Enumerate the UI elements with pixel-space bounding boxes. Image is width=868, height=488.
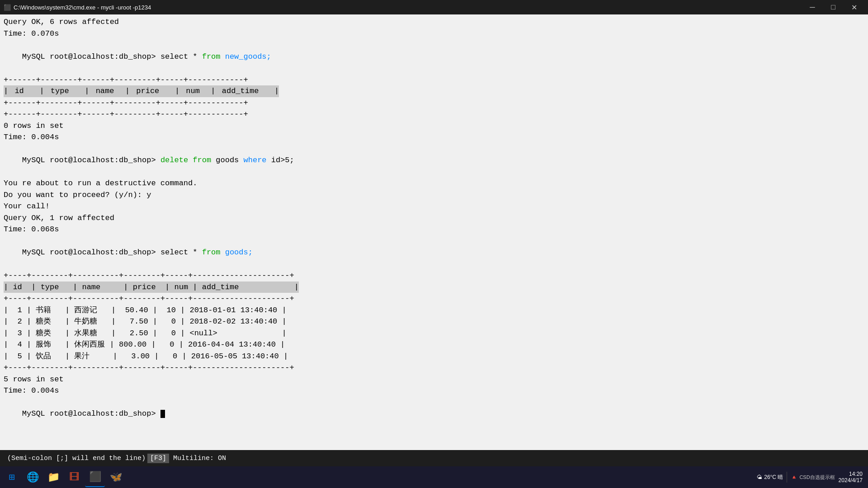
cmd-from3: from xyxy=(202,248,221,257)
cmd-sel2: select * xyxy=(160,248,202,257)
table-border: +------+--------+------+---------+-----+… xyxy=(4,74,864,86)
table-header-row2: | id | type | name | price | num | add_t… xyxy=(4,282,299,293)
output-line: Time: 0.070s xyxy=(4,28,864,40)
table-row: | 3 | 糖类 | 水果糖 | 2.50 | 0 | <null> | xyxy=(4,328,864,339)
cursor xyxy=(160,410,165,418)
clock-time: 14:20 xyxy=(839,471,863,477)
table-header-row: | id | type | name | price | num | add_t… xyxy=(4,85,279,97)
minimize-button[interactable]: ─ xyxy=(802,0,823,14)
cmd-table2: goods xyxy=(211,156,243,164)
output-line: Do you want to proceed? (y/n): y xyxy=(4,189,864,201)
output-line: Time: 0.068s xyxy=(4,224,864,235)
taskbar: ⊞ 🌐 📁 🎞 ⬛ 🦋 🌤 26°C 晴 🔺 CSD自选提示框 14:20 20… xyxy=(0,466,868,488)
cmd-where: where xyxy=(244,156,267,164)
cmd-delete: delete xyxy=(160,156,193,164)
clock-date: 2024/4/17 xyxy=(839,477,863,483)
maximize-button[interactable]: □ xyxy=(823,0,844,14)
title-bar: ⬛ C:\Windows\system32\cmd.exe - mycli -u… xyxy=(0,0,868,14)
weather-widget: 🌤 26°C 晴 xyxy=(757,474,783,481)
start-button[interactable]: ⊞ xyxy=(2,467,22,487)
command-line: MySQL root@localhost:db_shop> select * f… xyxy=(4,235,864,270)
output-line: Your call! xyxy=(4,201,864,212)
weather-icon: 🌤 xyxy=(757,474,762,480)
table-row: | 1 | 书籍 | 西游记 | 50.40 | 10 | 2018-01-01… xyxy=(4,305,864,316)
app-icon[interactable]: 🦋 xyxy=(106,467,126,487)
terminal-taskbar-icon[interactable]: ⬛ xyxy=(85,467,105,487)
output-line: You re about to run a destructive comman… xyxy=(4,178,864,189)
output-line: Query OK, 6 rows affected xyxy=(4,16,864,28)
output-line: Time: 0.004s xyxy=(4,131,864,143)
title-bar-left: ⬛ C:\Windows\system32\cmd.exe - mycli -u… xyxy=(4,4,151,11)
multiline-status: Multiline: ON xyxy=(169,455,226,462)
table-border: +----+--------+----------+--------+-----… xyxy=(4,293,864,305)
cmd-from: from xyxy=(202,52,221,61)
table-border: +------+--------+------+---------+-----+… xyxy=(4,97,864,109)
cmd-from2: from xyxy=(193,156,211,164)
cmd-tbl3: goods; xyxy=(221,248,253,257)
taskbar-left: ⊞ 🌐 📁 🎞 ⬛ 🦋 xyxy=(2,467,126,487)
final-prompt-line: MySQL root@localhost:db_shop> xyxy=(4,397,864,432)
table-border: +----+--------+----------+--------+-----… xyxy=(4,362,864,374)
tray-icon1: 🔺 xyxy=(791,474,797,480)
cmd-table: new_goods; xyxy=(221,52,271,61)
table-row: | 5 | 饮品 | 果汁 | 3.00 | 0 | 2016-05-05 13… xyxy=(4,351,864,362)
f3-label: [F3] xyxy=(147,454,169,463)
weather-temp: 26°C 晴 xyxy=(764,474,783,481)
close-button[interactable]: ✕ xyxy=(844,0,864,14)
table-row: | 2 | 糖类 | 牛奶糖 | 7.50 | 0 | 2018-02-02 1… xyxy=(4,316,864,328)
terminal-icon: ⬛ xyxy=(4,4,11,11)
output-line: 5 rows in set xyxy=(4,374,864,385)
terminal-area[interactable]: Query OK, 6 rows affected Time: 0.070s M… xyxy=(0,14,868,450)
output-line: Query OK, 1 row affected xyxy=(4,212,864,224)
status-bar: (Semi-colon [;] will end the line) [F3] … xyxy=(0,450,868,466)
prompt-text: MySQL root@localhost:db_shop> xyxy=(22,52,160,61)
taskbar-right: 🌤 26°C 晴 🔺 CSD自选提示框 14:20 2024/4/17 xyxy=(757,471,866,483)
cmd-keyword: select * xyxy=(160,52,202,61)
powerpoint-icon[interactable]: 🎞 xyxy=(64,467,84,487)
edge-icon[interactable]: 🌐 xyxy=(23,467,42,487)
final-prompt: MySQL root@localhost:db_shop> xyxy=(22,409,160,418)
command-line: MySQL root@localhost:db_shop> select * f… xyxy=(4,39,864,74)
table-border: +------+--------+------+---------+-----+… xyxy=(4,108,864,120)
system-tray: 🔺 CSD自选提示框 xyxy=(791,474,835,481)
table-border: +----+--------+----------+--------+-----… xyxy=(4,270,864,282)
tray-text: CSD自选提示框 xyxy=(799,474,835,481)
cmd-cond: id>5; xyxy=(267,156,294,164)
title-bar-controls: ─ □ ✕ xyxy=(802,0,864,14)
explorer-icon[interactable]: 📁 xyxy=(43,467,63,487)
prompt-text: MySQL root@localhost:db_shop> xyxy=(22,248,160,257)
command-line: MySQL root@localhost:db_shop> delete fro… xyxy=(4,143,864,178)
output-line: 0 rows in set xyxy=(4,120,864,132)
output-line: Time: 0.004s xyxy=(4,385,864,397)
status-hint: (Semi-colon [;] will end the line) xyxy=(7,455,146,462)
clock[interactable]: 14:20 2024/4/17 xyxy=(839,471,863,483)
table-row: | 4 | 服饰 | 休闲西服 | 800.00 | 0 | 2016-04-0… xyxy=(4,339,864,351)
prompt-text: MySQL root@localhost:db_shop> xyxy=(22,156,160,164)
window-title: C:\Windows\system32\cmd.exe - mycli -uro… xyxy=(14,4,151,11)
